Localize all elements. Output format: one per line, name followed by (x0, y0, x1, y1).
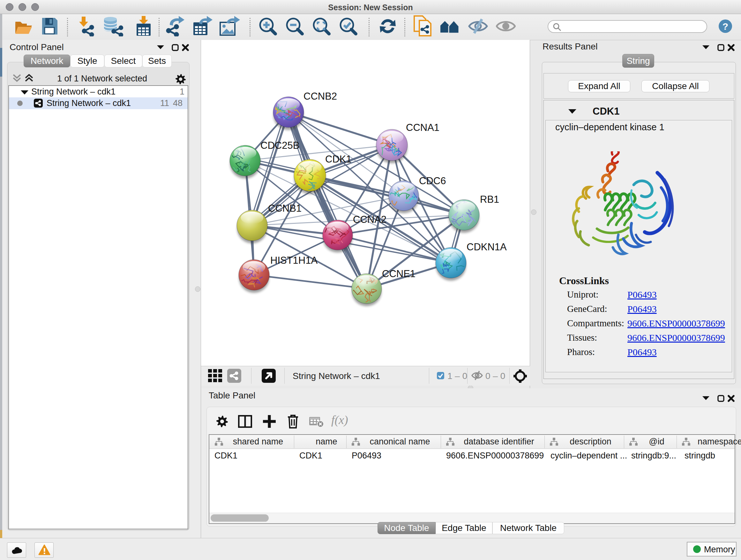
svg-text:HIST1H1A: HIST1H1A (270, 255, 318, 266)
svg-text:CCNA2: CCNA2 (353, 214, 387, 225)
svg-text:CDK1: CDK1 (325, 153, 352, 165)
svg-text:CCNB1: CCNB1 (268, 203, 301, 214)
svg-text:CCNA1: CCNA1 (406, 122, 440, 133)
svg-text:CDC25B: CDC25B (260, 140, 299, 151)
svg-text:CDC6: CDC6 (419, 175, 446, 186)
svg-text:CCNB2: CCNB2 (304, 91, 337, 102)
svg-text:RB1: RB1 (480, 194, 499, 205)
svg-text:CDKN1A: CDKN1A (467, 241, 507, 253)
svg-text:CCNE1: CCNE1 (382, 268, 415, 279)
